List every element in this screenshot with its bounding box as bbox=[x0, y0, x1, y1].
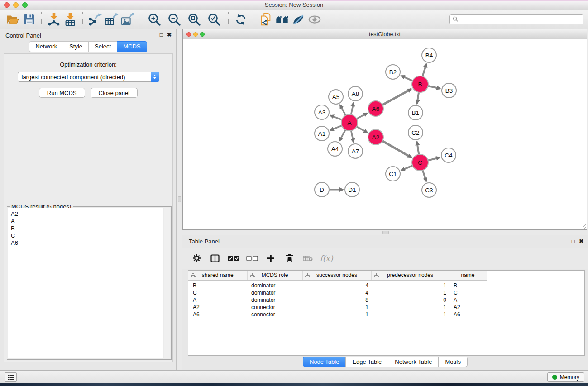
zoom-in-icon[interactable] bbox=[146, 11, 163, 28]
mcds-result-item[interactable]: A bbox=[11, 218, 163, 225]
mcds-result-item[interactable]: B bbox=[11, 225, 163, 232]
graph-node-D[interactable]: D bbox=[315, 182, 329, 197]
open-session-icon[interactable] bbox=[5, 11, 21, 28]
graph-node-C4[interactable]: C4 bbox=[441, 148, 456, 162]
home-neighbors-icon[interactable] bbox=[274, 11, 290, 28]
mcds-result-group: MCDS result (5 nodes) A2ABCA6 bbox=[7, 206, 172, 360]
function-builder-icon[interactable]: f(x) bbox=[320, 253, 332, 264]
table-row[interactable]: Bdominator41B bbox=[188, 280, 487, 289]
svg-text:B1: B1 bbox=[412, 110, 420, 116]
float-panel-icon[interactable]: □ bbox=[160, 32, 163, 38]
search-input[interactable] bbox=[460, 16, 580, 23]
delete-table-icon[interactable] bbox=[302, 253, 314, 264]
table-row[interactable]: A6connector11A6 bbox=[188, 311, 487, 318]
graph-node-C2[interactable]: C2 bbox=[408, 125, 423, 140]
zoom-out-icon[interactable] bbox=[166, 11, 182, 28]
export-image-icon[interactable] bbox=[120, 11, 136, 28]
export-table-icon[interactable] bbox=[103, 11, 120, 28]
graph-node-B4[interactable]: B4 bbox=[422, 48, 436, 62]
tab-motifs[interactable]: Motifs bbox=[438, 357, 468, 367]
refresh-layout-icon[interactable] bbox=[233, 11, 249, 28]
table-settings-gear-icon[interactable] bbox=[191, 253, 202, 264]
graph-node-A1[interactable]: A1 bbox=[315, 126, 329, 141]
import-network-icon[interactable] bbox=[46, 11, 62, 28]
select-all-checkbox-icon[interactable] bbox=[228, 253, 239, 264]
tab-style[interactable]: Style bbox=[63, 41, 89, 52]
eye-icon[interactable] bbox=[306, 11, 323, 28]
criterion-select[interactable]: largest connected component (directed) bbox=[18, 72, 159, 82]
svg-text:D: D bbox=[320, 186, 324, 193]
table-row[interactable]: Adominator80A bbox=[188, 296, 487, 304]
graph-node-A[interactable]: A bbox=[341, 114, 358, 131]
column-header-name[interactable]: name bbox=[449, 271, 487, 280]
run-mcds-button[interactable]: Run MCDS bbox=[39, 88, 85, 98]
tab-edge-table[interactable]: Edge Table bbox=[345, 357, 388, 367]
mcds-result-item[interactable]: C bbox=[11, 232, 163, 239]
zoom-selected-icon[interactable] bbox=[206, 11, 222, 28]
task-history-button[interactable] bbox=[5, 372, 17, 382]
graph-node-A2[interactable]: A2 bbox=[368, 129, 383, 145]
graph-node-A8[interactable]: A8 bbox=[348, 86, 363, 101]
control-panel: Control Panel □ ✖ NetworkStyleSelectMCDS… bbox=[0, 29, 177, 370]
result-scrollbar[interactable] bbox=[164, 208, 170, 358]
network-canvas[interactable]: AA1A2A3A4A5A6A7A8BB1B2B3B4CC1C2C3C4DD1 bbox=[183, 40, 586, 229]
float-table-panel-icon[interactable]: □ bbox=[572, 238, 575, 244]
delete-column-icon[interactable] bbox=[283, 253, 295, 264]
network-window-titlebar[interactable]: testGlobe.txt bbox=[183, 29, 587, 39]
close-panel-icon[interactable]: ✖ bbox=[167, 32, 172, 38]
network-desktop: testGlobe.txt AA1A2A3A4A5A6A7A8BB1B2B3B4… bbox=[177, 29, 588, 370]
svg-text:A2: A2 bbox=[372, 134, 380, 141]
horizontal-splitter-grip[interactable] bbox=[382, 231, 389, 234]
graph-node-C3[interactable]: C3 bbox=[422, 183, 436, 197]
mcds-result-list: A2ABCA6 bbox=[8, 208, 163, 358]
import-table-icon[interactable] bbox=[62, 11, 78, 28]
close-table-panel-icon[interactable]: ✖ bbox=[579, 238, 583, 244]
node-table[interactable]: shared nameMCDS rolesuccessor nodesprede… bbox=[188, 270, 585, 356]
column-header-predecessor-nodes[interactable]: predecessor nodes bbox=[371, 271, 449, 280]
graph-node-B3[interactable]: B3 bbox=[442, 83, 456, 98]
graph-node-C[interactable]: C bbox=[412, 154, 428, 171]
graph-node-D1[interactable]: D1 bbox=[345, 182, 359, 197]
tab-node-table[interactable]: Node Table bbox=[303, 357, 346, 367]
column-header-MCDS-role[interactable]: MCDS role bbox=[247, 271, 302, 280]
copy-network-icon[interactable] bbox=[258, 11, 274, 28]
table-row[interactable]: Cdominator41C bbox=[188, 289, 487, 296]
mcds-result-item[interactable]: A2 bbox=[11, 210, 163, 218]
column-header-successor-nodes[interactable]: successor nodes bbox=[302, 271, 371, 280]
deselect-all-checkbox-icon[interactable] bbox=[246, 253, 258, 264]
mcds-result-item[interactable]: A6 bbox=[11, 239, 163, 247]
graph-node-A5[interactable]: A5 bbox=[329, 90, 343, 104]
graph-node-A7[interactable]: A7 bbox=[348, 144, 363, 158]
table-toolbar: f(x) bbox=[182, 248, 588, 269]
add-column-icon[interactable] bbox=[265, 253, 277, 264]
svg-text:A4: A4 bbox=[331, 146, 339, 152]
column-header-shared-name[interactable]: shared name bbox=[188, 271, 247, 280]
graph-node-B1[interactable]: B1 bbox=[408, 105, 423, 120]
list-icon bbox=[7, 374, 14, 381]
vertical-splitter-grip[interactable] bbox=[178, 196, 181, 202]
memory-label: Memory bbox=[560, 374, 579, 381]
graph-node-C1[interactable]: C1 bbox=[386, 167, 400, 181]
svg-text:A1: A1 bbox=[318, 130, 326, 137]
tab-mcds[interactable]: MCDS bbox=[117, 41, 147, 52]
search-box[interactable] bbox=[449, 14, 583, 24]
export-network-icon[interactable] bbox=[87, 11, 103, 28]
save-session-icon[interactable] bbox=[21, 11, 37, 28]
table-row[interactable]: A2connector11A2 bbox=[188, 304, 487, 311]
column-view-icon[interactable] bbox=[209, 253, 221, 264]
graph-node-A4[interactable]: A4 bbox=[328, 142, 342, 156]
zoom-fit-icon[interactable] bbox=[186, 11, 202, 28]
close-panel-button[interactable]: Close panel bbox=[91, 88, 138, 98]
graph-node-A3[interactable]: A3 bbox=[315, 105, 329, 119]
graphics-details-icon[interactable] bbox=[290, 11, 306, 28]
svg-text:A6: A6 bbox=[372, 105, 380, 112]
graph-node-A6[interactable]: A6 bbox=[368, 101, 383, 116]
memory-button[interactable]: Memory bbox=[547, 372, 584, 382]
desktop-wallpaper-strip bbox=[0, 383, 588, 386]
tab-select[interactable]: Select bbox=[88, 41, 117, 52]
table-panel: Table Panel □ ✖ bbox=[182, 235, 588, 370]
tab-network-table[interactable]: Network Table bbox=[388, 357, 439, 367]
tab-network[interactable]: Network bbox=[29, 41, 63, 52]
graph-node-B[interactable]: B bbox=[412, 76, 428, 92]
graph-node-B2[interactable]: B2 bbox=[386, 65, 400, 79]
